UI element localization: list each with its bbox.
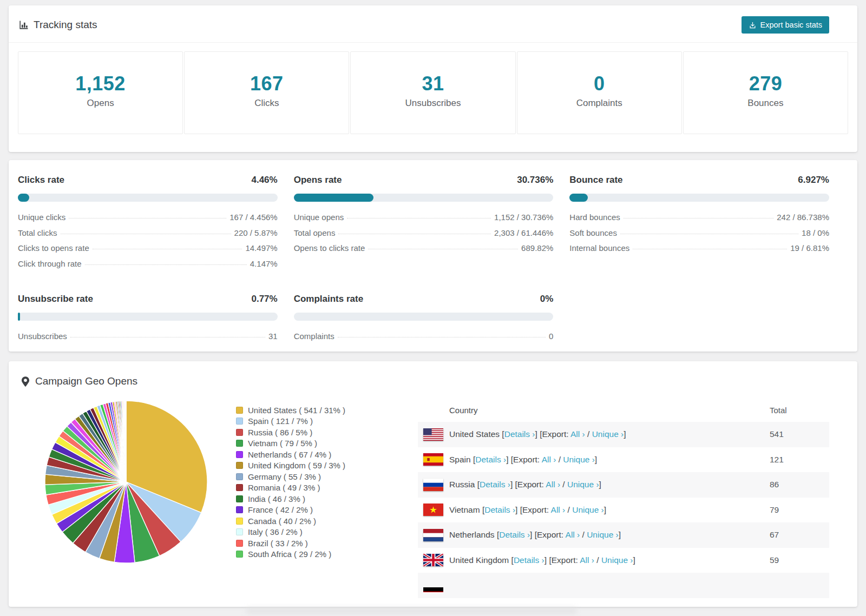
metric-row-unsubscribes: Unsubscribes 31	[18, 332, 278, 347]
legend-swatch	[236, 407, 243, 414]
rates-grid: Clicks rate 4.46% Unique clicks 167 / 4.…	[18, 175, 829, 347]
geo-title: Campaign Geo Opens	[35, 375, 137, 387]
pie-legend: United States ( 541 / 31% ) Spain ( 121 …	[236, 405, 404, 560]
legend-label: Germany ( 55 / 3% )	[248, 472, 321, 481]
country-name: Spain	[449, 455, 471, 464]
details-link-russia[interactable]: Details ›	[480, 480, 510, 489]
progress-fill	[294, 194, 373, 202]
table-row-vietnam: Vietnam [Details ›] [Export: All › / Uni…	[418, 498, 829, 523]
geo-header: Campaign Geo Opens	[18, 375, 829, 387]
dashboard: Tracking stats Export basic stats 1,152 …	[0, 5, 866, 607]
flag-de	[423, 587, 443, 592]
rate-block-bounce-rate: Bounce rate 6.927% Hard bounces 242 / 86…	[569, 175, 829, 274]
metric-value: 14.497%	[245, 243, 277, 253]
stat-label: Bounces	[684, 98, 848, 109]
export-all-link-netherlands[interactable]: All ›	[566, 530, 580, 539]
progress-track-complaints-rate	[294, 313, 554, 321]
legend-item-germany: Germany ( 55 / 3% )	[236, 471, 404, 482]
legend-swatch	[236, 528, 243, 535]
dotted-leader	[624, 218, 774, 218]
stat-label: Opens	[18, 98, 182, 109]
metric-value: 167 / 4.456%	[229, 213, 277, 222]
rate-block-clicks-rate: Clicks rate 4.46% Unique clicks 167 / 4.…	[18, 175, 278, 274]
export-download-icon	[749, 21, 757, 29]
stat-card-complaints: 0 Complaints	[517, 51, 682, 134]
total-value: 86	[770, 480, 829, 489]
metric-value: 19 / 6.81%	[790, 243, 829, 253]
country-name: United States	[449, 429, 500, 439]
total-value: 67	[770, 530, 829, 540]
flag-es	[423, 453, 443, 466]
flag-gb	[423, 554, 443, 566]
metric-row-unique-clicks: Unique clicks 167 / 4.456%	[18, 213, 278, 228]
export-unique-link-united-kingdom[interactable]: Unique ›	[601, 555, 633, 565]
column-header-country: Country	[449, 406, 770, 415]
country-name: Vietnam	[449, 505, 480, 514]
export-all-link-united-states[interactable]: All ›	[570, 429, 585, 439]
table-row-united-states: United States [Details ›] [Export: All ›…	[418, 422, 829, 447]
stat-value-complaints: 0	[517, 72, 681, 95]
metric-row-total-clicks: Total clicks 220 / 5.87%	[18, 228, 278, 244]
export-unique-link-vietnam[interactable]: Unique ›	[572, 505, 604, 514]
legend-item-india: India ( 46 / 3% )	[236, 493, 404, 505]
export-all-link-russia[interactable]: All ›	[546, 480, 560, 489]
export-all-link-spain[interactable]: All ›	[542, 455, 556, 464]
details-link-netherlands[interactable]: Details ›	[499, 530, 530, 539]
export-unique-link-netherlands[interactable]: Unique ›	[587, 530, 619, 539]
details-link-spain[interactable]: Details ›	[475, 455, 506, 464]
legend-swatch	[236, 551, 243, 558]
metric-label: Soft bounces	[569, 228, 617, 237]
table-row-russia: Russia [Details ›] [Export: All › / Uniq…	[418, 472, 829, 498]
legend-swatch	[236, 540, 243, 547]
metric-row-complaints: Complaints 0	[294, 332, 554, 347]
metric-label: Complaints	[294, 332, 334, 341]
metric-label: Unsubscribes	[18, 332, 67, 341]
details-link-vietnam[interactable]: Details ›	[484, 505, 515, 514]
country-name: Netherlands	[449, 530, 495, 539]
metric-row-internal-bounces: Internal bounces 19 / 6.81%	[569, 243, 829, 259]
legend-label: Romania ( 49 / 3% )	[248, 483, 320, 492]
legend-swatch	[236, 484, 243, 491]
details-link-united-kingdom[interactable]: Details ›	[514, 555, 544, 565]
export-all-link-united-kingdom[interactable]: All ›	[580, 555, 594, 565]
flag-vn	[423, 504, 443, 516]
flag-us	[423, 428, 443, 441]
legend-item-romania: Romania ( 49 / 3% )	[236, 482, 404, 494]
table-row-spain: Spain [Details ›] [Export: All › / Uniqu…	[418, 447, 829, 473]
metric-row-clicks-to-opens-rate: Clicks to opens rate 14.497%	[18, 243, 278, 259]
metric-value: 1,152 / 30.736%	[494, 213, 553, 222]
column-header-total: Total	[770, 406, 829, 415]
dotted-leader	[93, 249, 242, 249]
pie-slice-other-36	[126, 401, 126, 482]
bar-chart-icon	[18, 20, 29, 30]
legend-label: Brazil ( 33 / 2% )	[248, 539, 308, 548]
rate-title: Bounce rate	[569, 175, 622, 186]
rate-value: 0.77%	[251, 294, 277, 304]
export-all-link-vietnam[interactable]: All ›	[551, 505, 566, 514]
stat-label: Clicks	[185, 98, 349, 109]
export-unique-link-spain[interactable]: Unique ›	[563, 455, 595, 464]
export-unique-link-russia[interactable]: Unique ›	[567, 480, 599, 489]
stat-value-bounces: 279	[684, 72, 848, 95]
legend-swatch	[236, 506, 243, 513]
stat-card-unsubscribes: 31 Unsubscribes	[350, 51, 515, 134]
stat-card-bounces: 279 Bounces	[683, 51, 848, 134]
dotted-leader	[70, 337, 265, 337]
legend-item-italy: Italy ( 36 / 2% )	[236, 527, 404, 538]
legend-label: Netherlands ( 67 / 4% )	[248, 450, 331, 459]
legend-label: Canada ( 40 / 2% )	[248, 516, 316, 526]
legend-item-netherlands: Netherlands ( 67 / 4% )	[236, 449, 404, 460]
rate-value: 0%	[540, 294, 554, 304]
legend-label: South Africa ( 29 / 2% )	[248, 549, 331, 559]
legend-swatch	[236, 418, 243, 425]
page-title: Tracking stats	[34, 19, 97, 31]
export-unique-link-united-states[interactable]: Unique ›	[592, 429, 624, 439]
export-basic-stats-button[interactable]: Export basic stats	[742, 16, 829, 34]
stats-row: 1,152 Opens 167 Clicks 31 Unsubscribes 0…	[9, 43, 857, 143]
legend-item-vietnam: Vietnam ( 79 / 5% )	[236, 438, 404, 449]
stat-card-opens: 1,152 Opens	[18, 51, 183, 134]
stat-value-unsubscribes: 31	[351, 72, 515, 95]
details-link-united-states[interactable]: Details ›	[504, 429, 535, 439]
page-bottom-shadow	[246, 608, 576, 614]
dotted-leader	[620, 234, 798, 234]
